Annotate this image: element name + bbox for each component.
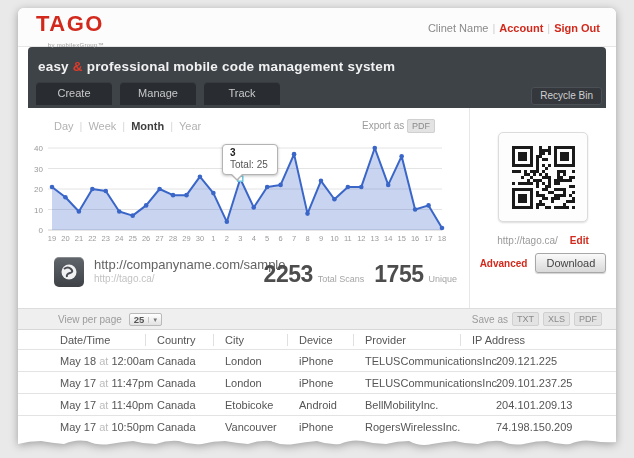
svg-text:28: 28 xyxy=(169,234,177,243)
cell-ip: 204.101.209.13 xyxy=(472,399,616,411)
save-as-xls[interactable]: XLS xyxy=(543,312,570,326)
top-header: TAGO by mobilexGroup™ Clinet Name|Accoun… xyxy=(18,8,616,47)
cell-provider: TELUSCommunicationsInc. xyxy=(365,355,472,367)
qr-advanced-link[interactable]: Advanced xyxy=(480,258,528,269)
view-per-page-label: View per page xyxy=(58,314,122,325)
tab-track[interactable]: Track xyxy=(204,82,280,105)
export-pdf-button[interactable]: PDF xyxy=(407,119,435,133)
svg-text:30: 30 xyxy=(34,165,43,174)
recycle-bin-button[interactable]: Recycle Bin xyxy=(531,87,602,105)
svg-text:22: 22 xyxy=(88,234,96,243)
svg-text:13: 13 xyxy=(371,234,379,243)
cell-country: Canada xyxy=(157,377,225,389)
tooltip-title: 3 xyxy=(230,147,268,159)
tab-bar: CreateManageTrack Recycle Bin xyxy=(28,82,606,108)
svg-text:29: 29 xyxy=(182,234,190,243)
banner-title: easy & professional mobile code manageme… xyxy=(28,47,606,82)
svg-text:26: 26 xyxy=(142,234,150,243)
cell-ip: 209.101.237.25 xyxy=(472,377,616,389)
cell-city: Etobicoke xyxy=(225,399,299,411)
qr-download-button[interactable]: Download xyxy=(535,253,606,273)
dark-banner-block: easy & professional mobile code manageme… xyxy=(28,47,606,108)
page-size-select[interactable]: 25 ▼ xyxy=(129,313,163,326)
column-header: Date/Time xyxy=(60,334,157,346)
cell-country: Canada xyxy=(157,421,225,433)
qr-panel: http://tago.ca/Edit Advanced Download xyxy=(469,108,616,308)
svg-text:21: 21 xyxy=(75,234,83,243)
tracking-content: Day|Week|Month|Year Export as PDF 010203… xyxy=(18,108,616,308)
svg-text:2: 2 xyxy=(225,234,229,243)
range-month[interactable]: Month xyxy=(131,120,164,132)
column-header: IP Address xyxy=(472,334,616,346)
cell-country: Canada xyxy=(157,355,225,367)
qr-url: http://tago.ca/ xyxy=(497,235,558,246)
svg-text:11: 11 xyxy=(344,234,352,243)
chart-column: Day|Week|Month|Year Export as PDF 010203… xyxy=(18,108,469,308)
qr-edit-link[interactable]: Edit xyxy=(570,235,589,246)
svg-text:6: 6 xyxy=(279,234,283,243)
svg-text:16: 16 xyxy=(411,234,419,243)
range-separator: | xyxy=(170,120,173,132)
svg-text:20: 20 xyxy=(34,185,43,194)
qr-url-row: http://tago.ca/Edit xyxy=(470,235,616,246)
cell-provider: TELUSCommunicationsInc. xyxy=(365,377,472,389)
table-header: Date/TimeCountryCityDeviceProviderIP Add… xyxy=(18,330,616,349)
tab-manage[interactable]: Manage xyxy=(120,82,196,105)
column-header: Country xyxy=(157,334,225,346)
user-links: Clinet Name|Account|Sign Out xyxy=(428,22,600,34)
svg-text:10: 10 xyxy=(330,234,338,243)
save-as-txt[interactable]: TXT xyxy=(512,312,539,326)
torn-edge xyxy=(18,436,616,450)
cell-country: Canada xyxy=(157,399,225,411)
qr-code-box xyxy=(498,132,588,222)
svg-text:9: 9 xyxy=(319,234,323,243)
svg-text:40: 40 xyxy=(34,144,43,153)
campaign-urls: http://companyname.com/sample http://tag… xyxy=(94,257,285,284)
qr-code xyxy=(512,146,575,209)
range-year[interactable]: Year xyxy=(179,120,201,132)
save-as-pdf[interactable]: PDF xyxy=(574,312,602,326)
cell-provider: BellMobilityInc. xyxy=(365,399,472,411)
range-day[interactable]: Day xyxy=(54,120,74,132)
table-row[interactable]: May 17 at 11:47pmCanadaLondoniPhoneTELUS… xyxy=(18,371,616,393)
svg-text:20: 20 xyxy=(61,234,69,243)
view-per-page-group: View per page 25 ▼ xyxy=(58,313,162,326)
tab-bar-tabs: CreateManageTrack xyxy=(36,82,288,105)
campaign-url[interactable]: http://companyname.com/sample xyxy=(94,257,285,272)
table-row[interactable]: May 18 at 12:00amCanadaLondoniPhoneTELUS… xyxy=(18,349,616,371)
export-as-label: Export as xyxy=(362,120,404,131)
save-as-label: Save as xyxy=(472,314,508,325)
tooltip-value: Total: 25 xyxy=(230,159,268,170)
svg-text:5: 5 xyxy=(265,234,269,243)
cell-ip: 209.121.225 xyxy=(472,355,616,367)
svg-text:14: 14 xyxy=(384,234,392,243)
svg-text:4: 4 xyxy=(252,234,256,243)
account-link[interactable]: Account xyxy=(499,22,543,34)
main-card: TAGO by mobilexGroup™ Clinet Name|Accoun… xyxy=(18,8,616,450)
cell-device: iPhone xyxy=(299,355,365,367)
range-week[interactable]: Week xyxy=(88,120,116,132)
tab-create[interactable]: Create xyxy=(36,82,112,105)
campaign-short-url: http://tago.ca/ xyxy=(94,273,285,284)
cell-device: Android xyxy=(299,399,365,411)
svg-text:23: 23 xyxy=(102,234,110,243)
cell-datetime: May 17 at 11:40pm xyxy=(60,399,157,411)
globe-icon xyxy=(54,257,84,287)
logo-subtitle: by mobilexGroup™ xyxy=(36,34,104,56)
svg-text:27: 27 xyxy=(155,234,163,243)
column-header: Provider xyxy=(365,334,472,346)
range-separator: | xyxy=(122,120,125,132)
table-row[interactable]: May 17 at 11:40pmCanadaEtobicokeAndroidB… xyxy=(18,393,616,415)
unique-scans-value: 1755 xyxy=(374,261,423,288)
torn-edge-path xyxy=(18,436,616,445)
cell-provider: RogersWirelessInc. xyxy=(365,421,472,433)
save-as-group: Save as TXTXLSPDF xyxy=(472,312,602,326)
cell-datetime: May 17 at 10:50pm xyxy=(60,421,157,433)
cell-device: iPhone xyxy=(299,421,365,433)
svg-text:25: 25 xyxy=(129,234,137,243)
signout-link[interactable]: Sign Out xyxy=(554,22,600,34)
page-size-value: 25 xyxy=(134,314,145,325)
cell-ip: 74.198.150.209 xyxy=(472,421,616,433)
table-row[interactable]: May 17 at 10:50pmCanadaVancouveriPhoneRo… xyxy=(18,415,616,437)
tago-logo[interactable]: TAGO by mobilexGroup™ xyxy=(36,13,104,56)
